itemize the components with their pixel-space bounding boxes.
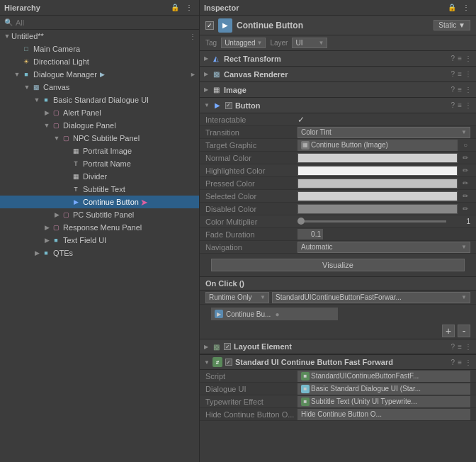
item-label-dialogue-panel: Dialogue Panel: [63, 121, 116, 130]
selected-color-pick[interactable]: ✏: [460, 191, 470, 201]
item-label-text-field: Text Field UI: [63, 236, 106, 244]
highlighted-color-swatch[interactable]: [298, 166, 458, 176]
disabled-color-swatch[interactable]: [298, 204, 458, 214]
tree-item-portrait-image[interactable]: ▦ Portrait Image: [0, 145, 199, 157]
script-enabled-toggle[interactable]: ✓: [225, 359, 232, 366]
script-settings-icon[interactable]: ≡: [458, 359, 462, 366]
script-help-icon[interactable]: ?: [451, 359, 455, 366]
layout-enabled-toggle[interactable]: ✓: [224, 343, 231, 350]
normal-color-pick[interactable]: ✏: [460, 153, 470, 163]
tree-item-dir-light[interactable]: ☀ Directional Light: [0, 55, 199, 68]
highlighted-color-pick[interactable]: ✏: [460, 166, 470, 176]
selected-color-value: ✏: [298, 191, 470, 201]
tree-item-dialogue-panel[interactable]: ▢ Dialogue Panel: [0, 119, 199, 132]
function-dropdown[interactable]: StandardUIContinueButtonFastForwar... ▼: [272, 292, 470, 303]
typewriter-text: Subtitle Text (Unity UI Typewrite...: [311, 398, 417, 405]
pressed-color-swatch[interactable]: [298, 179, 458, 188]
remove-button[interactable]: -: [458, 325, 470, 337]
tree-item-divider[interactable]: ▦ Divider: [0, 170, 199, 183]
qtes-icon: ■: [41, 248, 51, 258]
navigation-dropdown[interactable]: Automatic ▼: [298, 242, 470, 253]
rect-transform-header[interactable]: ▶ ◭ Rect Transform ? ≡ ⋮: [200, 51, 476, 67]
hide-continue-field[interactable]: Hide Continue Button O...: [298, 409, 470, 420]
canvas-renderer-header[interactable]: ▶ ▩ Canvas Renderer ? ≡ ⋮: [200, 67, 476, 82]
dialogue-ui-field[interactable]: ■ Basic Standard Dialogue UI (Star...: [298, 383, 470, 395]
untitled-menu[interactable]: ⋮: [189, 33, 196, 40]
tree-item-alert-panel[interactable]: ▢ Alert Panel: [0, 106, 199, 119]
layer-label: Layer: [270, 39, 288, 47]
image-menu-icon[interactable]: ⋮: [465, 86, 472, 94]
arrow-basic: [33, 96, 41, 103]
disabled-color-pick[interactable]: ✏: [460, 204, 470, 214]
rect-menu-icon[interactable]: ⋮: [465, 55, 472, 62]
typewriter-field[interactable]: ■ Subtitle Text (Unity UI Typewrite...: [298, 396, 470, 407]
image-help-icon[interactable]: ?: [451, 86, 455, 94]
layout-help-icon[interactable]: ?: [451, 343, 455, 351]
transition-text: Color Tint: [301, 128, 332, 136]
tree-item-canvas[interactable]: ▩ Canvas: [0, 81, 199, 94]
tree-item-subtitle-text[interactable]: T Subtitle Text: [0, 183, 199, 196]
inspector-lock-icon[interactable]: 🔒: [446, 2, 458, 13]
pressed-color-pick[interactable]: ✏: [460, 179, 470, 188]
tag-dropdown[interactable]: Untagged ▼: [221, 38, 266, 48]
visualize-button[interactable]: Visualize: [211, 259, 465, 271]
tree-item-dialogue-manager[interactable]: ■ Dialogue Manager ▶ ►: [0, 68, 199, 81]
target-graphic-pick[interactable]: ○: [460, 140, 470, 150]
layout-element-header[interactable]: ▶ ▩ ✓ Layout Element ? ≡ ⋮: [200, 339, 476, 354]
canvas-menu-icon[interactable]: ⋮: [465, 70, 472, 78]
rect-transform-name: Rect Transform: [224, 55, 448, 63]
navigation-dropdown-arrow: ▼: [461, 244, 467, 250]
interactable-checkmark[interactable]: ✓: [298, 115, 305, 125]
fade-duration-row: Fade Duration: [200, 228, 476, 241]
normal-color-swatch[interactable]: [298, 153, 458, 163]
tree-item-continue-button[interactable]: ▶ Continue Button ➤: [0, 196, 199, 208]
hierarchy-lock-icon[interactable]: 🔒: [169, 2, 181, 13]
transition-dropdown[interactable]: Color Tint ▼: [298, 127, 470, 138]
tree-item-basic-standard[interactable]: ■ Basic Standard Dialogue UI: [0, 94, 199, 106]
tree-item-main-camera[interactable]: □ Main Camera: [0, 43, 199, 55]
image-header[interactable]: ▶ ▦ Image ? ≡ ⋮: [200, 82, 476, 98]
static-button[interactable]: Static ▼: [434, 20, 470, 30]
button-settings-icon[interactable]: ≡: [458, 101, 462, 109]
script-component-header[interactable]: ▼ # ✓ Standard UI Continue Button Fast F…: [200, 354, 476, 370]
arrow-canvas: [23, 84, 31, 91]
object-enabled-checkbox[interactable]: ✓: [205, 21, 214, 30]
button-enabled-toggle[interactable]: ✓: [225, 102, 232, 109]
target-graphic-field[interactable]: ▦ Continue Button (Image): [298, 140, 458, 151]
layout-settings-icon[interactable]: ≡: [458, 343, 462, 351]
color-multiplier-slider[interactable]: [298, 220, 446, 222]
item-label-untitled: Untitled*: [11, 32, 44, 40]
add-button[interactable]: +: [442, 325, 455, 337]
typewriter-icon: ■: [301, 398, 310, 406]
hierarchy-menu-icon[interactable]: ⋮: [183, 2, 195, 13]
tree-item-response-menu[interactable]: ▢ Response Menu Panel: [0, 221, 199, 234]
rect-settings-icon[interactable]: ≡: [458, 55, 462, 62]
layout-menu-icon[interactable]: ⋮: [465, 343, 472, 351]
image-settings-icon[interactable]: ≡: [458, 86, 462, 94]
script-field[interactable]: ■ StandardUIContinueButtonFastF...: [298, 371, 470, 382]
tree-item-npc-subtitle[interactable]: ▢ NPC Subtitle Panel: [0, 132, 199, 145]
search-input[interactable]: [16, 18, 195, 27]
tree-item-text-field-ui[interactable]: ■ Text Field UI: [0, 234, 199, 247]
fade-duration-input[interactable]: [298, 229, 323, 240]
tree-item-untitled[interactable]: Untitled* ⋮: [0, 30, 199, 43]
canvas-help-icon[interactable]: ?: [451, 70, 455, 78]
tree-item-portrait-name[interactable]: T Portrait Name: [0, 157, 199, 170]
button-help-icon[interactable]: ?: [451, 101, 455, 109]
layer-dropdown[interactable]: UI ▼: [292, 38, 327, 48]
disabled-color-value: ✏: [298, 204, 470, 214]
canvas-settings-icon[interactable]: ≡: [458, 70, 462, 78]
object-header: ✓ ▶ Continue Button Static ▼: [200, 16, 476, 35]
button-menu-icon[interactable]: ⋮: [465, 101, 472, 109]
tree-item-pc-subtitle[interactable]: ▢ PC Subtitle Panel: [0, 208, 199, 221]
script-menu-icon[interactable]: ⋮: [465, 359, 472, 366]
inspector-menu-icon[interactable]: ⋮: [460, 2, 472, 13]
target-graphic-label: Target Graphic: [205, 141, 298, 150]
selected-color-swatch[interactable]: [298, 191, 458, 201]
on-click-row: Runtime Only ▼ StandardUIContinueButtonF…: [200, 291, 476, 305]
continue-btn-target[interactable]: ▶ Continue Bu... ●: [211, 308, 338, 320]
runtime-dropdown[interactable]: Runtime Only ▼: [205, 292, 269, 303]
button-header[interactable]: ▼ ▶ ✓ Button ? ≡ ⋮: [200, 98, 476, 113]
tree-item-qtes[interactable]: ■ QTEs: [0, 247, 199, 259]
rect-help-icon[interactable]: ?: [451, 55, 455, 62]
